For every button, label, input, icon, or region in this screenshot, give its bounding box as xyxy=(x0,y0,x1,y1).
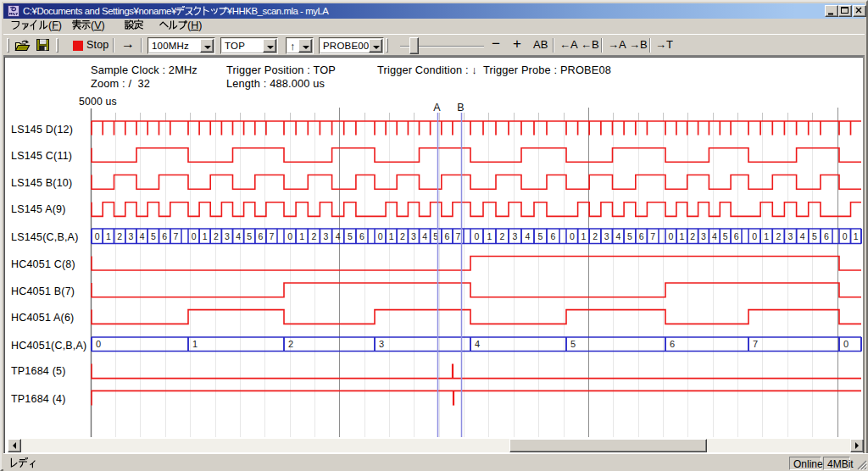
svg-text:6: 6 xyxy=(824,231,829,241)
svg-text:5: 5 xyxy=(812,231,817,241)
svg-text:B: B xyxy=(457,102,464,114)
svg-text:2: 2 xyxy=(776,231,781,241)
svg-text:2: 2 xyxy=(500,231,505,241)
svg-text:4: 4 xyxy=(140,231,145,241)
svg-text:5: 5 xyxy=(627,231,632,241)
svg-text:0: 0 xyxy=(843,231,848,241)
svg-text:7: 7 xyxy=(753,339,758,349)
svg-text:1: 1 xyxy=(203,231,208,241)
svg-text:2: 2 xyxy=(593,231,598,241)
svg-text:1: 1 xyxy=(487,231,492,241)
svg-text:7: 7 xyxy=(650,231,655,241)
svg-text:6: 6 xyxy=(444,231,449,241)
svg-text:1: 1 xyxy=(581,231,586,241)
svg-text:3: 3 xyxy=(225,231,230,241)
svg-text:2: 2 xyxy=(400,231,405,241)
svg-text:5: 5 xyxy=(247,231,252,241)
svg-text:5: 5 xyxy=(151,231,156,241)
svg-text:4: 4 xyxy=(615,231,620,241)
svg-text:6: 6 xyxy=(734,231,739,241)
svg-text:4: 4 xyxy=(475,339,480,349)
svg-text:5: 5 xyxy=(538,231,543,241)
svg-text:4: 4 xyxy=(336,231,341,241)
svg-text:2: 2 xyxy=(288,339,293,349)
svg-text:7: 7 xyxy=(269,231,274,241)
svg-text:0: 0 xyxy=(668,231,673,241)
svg-text:3: 3 xyxy=(379,339,384,349)
svg-text:5: 5 xyxy=(348,231,353,241)
svg-text:1: 1 xyxy=(192,339,198,349)
svg-text:3: 3 xyxy=(701,231,706,241)
svg-text:3: 3 xyxy=(604,231,609,241)
svg-text:6: 6 xyxy=(670,339,675,349)
svg-text:7: 7 xyxy=(173,231,178,241)
svg-text:4: 4 xyxy=(800,231,805,241)
svg-text:7: 7 xyxy=(455,231,460,241)
svg-text:0: 0 xyxy=(192,231,197,241)
svg-text:3: 3 xyxy=(788,231,793,241)
svg-text:4: 4 xyxy=(236,231,241,241)
svg-text:3: 3 xyxy=(411,231,416,241)
svg-text:1: 1 xyxy=(389,231,394,241)
svg-text:0: 0 xyxy=(378,231,383,241)
svg-text:3: 3 xyxy=(324,231,329,241)
svg-text:6: 6 xyxy=(258,231,263,241)
svg-text:0: 0 xyxy=(570,231,575,241)
svg-text:2: 2 xyxy=(117,231,122,241)
svg-text:A: A xyxy=(433,102,441,114)
svg-text:0: 0 xyxy=(95,231,100,241)
svg-text:4: 4 xyxy=(526,231,531,241)
svg-text:6: 6 xyxy=(639,231,644,241)
svg-text:4: 4 xyxy=(712,231,717,241)
svg-text:1: 1 xyxy=(854,231,859,241)
svg-text:3: 3 xyxy=(513,231,518,241)
svg-text:1: 1 xyxy=(106,231,111,241)
svg-text:6: 6 xyxy=(551,231,556,241)
svg-text:5: 5 xyxy=(570,339,576,349)
svg-text:0: 0 xyxy=(475,231,480,241)
svg-text:6: 6 xyxy=(162,231,167,241)
svg-text:1: 1 xyxy=(299,231,304,241)
svg-text:1: 1 xyxy=(679,231,684,241)
svg-text:0: 0 xyxy=(843,339,849,349)
svg-text:4: 4 xyxy=(422,231,427,241)
svg-text:0: 0 xyxy=(96,339,101,349)
svg-text:5: 5 xyxy=(723,231,728,241)
svg-text:3: 3 xyxy=(128,231,133,241)
svg-text:6: 6 xyxy=(359,231,364,241)
svg-text:0: 0 xyxy=(752,231,757,241)
svg-text:2: 2 xyxy=(214,231,219,241)
svg-text:2: 2 xyxy=(690,231,695,241)
svg-text:0: 0 xyxy=(287,231,292,241)
svg-text:1: 1 xyxy=(764,231,769,241)
svg-text:2: 2 xyxy=(311,231,316,241)
